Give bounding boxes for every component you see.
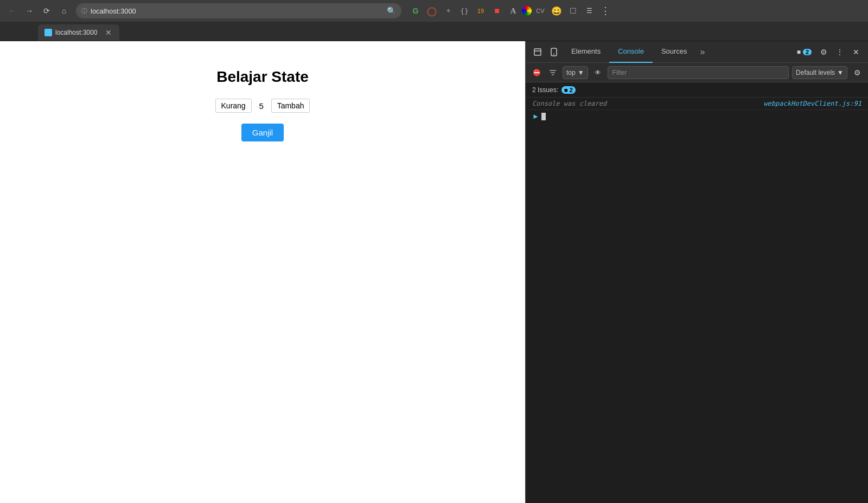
url-text: localhost:3000 [91,7,381,15]
extensions-icon-red[interactable]: ■ [489,3,505,18]
tab-console[interactable]: Console [609,41,653,63]
devtools-close-icon[interactable]: ✕ [848,44,864,60]
tab-close-button[interactable]: ✕ [104,27,113,38]
extensions-icon-face[interactable]: 😀 [549,3,564,18]
devtools-more-icon[interactable]: ⋮ [832,44,847,60]
back-button[interactable]: ← [4,3,20,18]
level-selector[interactable]: Default levels ▼ [792,66,847,79]
kurang-button[interactable]: Kurang [215,99,252,113]
extensions-icon-target[interactable]: ⌖ [441,3,456,18]
devtools-panel: Elements Console Sources » ■ 2 ⚙ ⋮ ✕ [525,41,868,503]
main-layout: Belajar State Kurang 5 Tambah Ganjil [0,41,868,503]
context-chevron-icon: ▼ [578,69,584,76]
context-text: top [566,69,576,76]
issues-label: ■ [797,48,801,56]
console-settings-icon[interactable]: ⚙ [851,66,864,79]
browser-content: Belajar State Kurang 5 Tambah Ganjil [0,41,525,503]
profile-button[interactable]: ☰ [582,3,597,18]
issues-icon: ■ [564,87,568,93]
reload-button[interactable]: ⟳ [39,3,54,18]
context-selector[interactable]: top ▼ [563,66,588,79]
console-filter-bar: ⛔ top ▼ 👁 Default levels ▼ ⚙ [526,63,868,82]
console-cleared-entry: Console was cleared webpackHotDevClient.… [526,98,868,110]
counter-value: 5 [256,101,267,111]
tab-favicon [44,29,52,36]
extensions-icon-a[interactable]: A [506,3,521,18]
extensions-icon-brackets[interactable]: {} [457,3,472,18]
tab-title: localhost:3000 [55,29,101,36]
console-filter-icon[interactable] [546,66,559,79]
devtools-device-icon[interactable] [546,44,561,60]
console-prompt-icon: ► [532,112,539,120]
tambah-button[interactable]: Tambah [271,99,310,113]
devtools-right-icons: ■ 2 ⚙ ⋮ ✕ [794,44,864,60]
svg-rect-1 [551,48,557,56]
browser-icons: G ◯ ⌖ {} 19 ■ A CV 😀 ☐ ☰ ⋮ [408,3,613,18]
extensions-icon-g[interactable]: G [408,3,423,18]
console-clear-icon[interactable]: ⛔ [530,66,543,79]
extensions-badge[interactable]: 19 [473,3,488,18]
svg-rect-0 [534,49,541,55]
extensions-icon-colorful[interactable] [522,6,532,16]
level-text: Default levels [796,69,835,76]
address-bar[interactable]: ⓘ localhost:3000 🔍 [76,3,401,18]
console-output[interactable]: Console was cleared webpackHotDevClient.… [526,98,868,503]
tab-more-icon[interactable]: » [696,41,710,63]
issues-icon-badge: ■ 2 [561,86,576,94]
devtools-settings-icon[interactable]: ⚙ [816,44,831,60]
console-cleared-text: Console was cleared [532,100,607,107]
browser-tab[interactable]: localhost:3000 ✕ [38,24,119,41]
issues-button[interactable]: ■ 2 [794,46,815,58]
issues-bar: 2 Issues: ■ 2 [526,82,868,98]
devtools-inspect-icon[interactable] [530,44,545,60]
counter-row: Kurang 5 Tambah [215,99,310,113]
devtools-toolbar: Elements Console Sources » ■ 2 ⚙ ⋮ ✕ [526,41,868,63]
extensions-icon-circle[interactable]: ◯ [424,3,439,18]
extensions-icon-cv[interactable]: CV [533,3,548,18]
search-icon: 🔍 [387,7,396,15]
tab-elements[interactable]: Elements [563,41,609,63]
ganjil-button[interactable]: Ganjil [241,124,284,141]
forward-button[interactable]: → [22,3,37,18]
page-title: Belajar State [216,68,309,86]
console-prompt-row[interactable]: ► [526,110,868,122]
level-chevron-icon: ▼ [837,69,844,76]
filter-input[interactable] [608,66,789,79]
browser-titlebar: ← → ⟳ ⌂ ⓘ localhost:3000 🔍 G ◯ ⌖ {} 19 ■… [0,0,868,22]
tab-bar: localhost:3000 ✕ [0,22,868,41]
console-cursor [541,113,546,120]
menu-button[interactable]: ⋮ [598,3,613,18]
eye-icon[interactable]: 👁 [591,66,604,79]
console-cleared-source[interactable]: webpackHotDevClient.js:91 [763,100,861,107]
issues-bar-text: 2 Issues: [532,86,558,94]
tab-sources[interactable]: Sources [653,41,696,63]
home-button[interactable]: ⌂ [56,3,72,18]
extensions-icon-puzzle[interactable]: ☐ [565,3,580,18]
issues-count-badge: 2 [803,49,812,55]
devtools-tabs: Elements Console Sources » [563,41,793,63]
issues-bar-count: 2 [570,87,573,93]
lock-icon: ⓘ [81,7,87,15]
